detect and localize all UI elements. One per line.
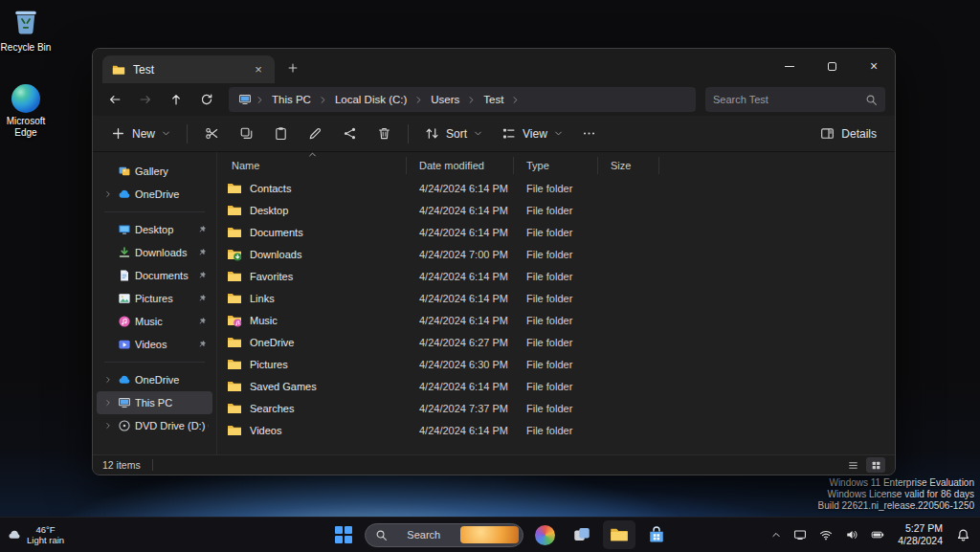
volume-icon [845, 528, 858, 541]
file-date-modified: 4/24/2024 6:14 PM [407, 315, 514, 326]
notifications-button[interactable] [954, 520, 972, 549]
desktop-icon-recycle-bin[interactable]: Recycle Bin [0, 6, 54, 53]
share-button[interactable] [333, 120, 366, 148]
sidebar-item-downloads[interactable]: Downloads [97, 241, 212, 264]
cloud-icon [118, 373, 131, 386]
new-button[interactable]: New [102, 120, 179, 148]
maximize-button[interactable] [811, 49, 853, 83]
back-button[interactable] [100, 87, 129, 112]
breadcrumb-item-users[interactable]: Users [425, 91, 465, 108]
column-header-size[interactable]: Size [598, 157, 659, 174]
close-button[interactable]: × [853, 49, 895, 83]
file-row-links[interactable]: Links4/24/2024 6:14 PMFile folder [219, 287, 895, 309]
volume-tray-button[interactable] [843, 520, 860, 549]
cast-tray-button[interactable] [791, 520, 809, 549]
folder-icon [227, 357, 242, 372]
paste-button[interactable] [264, 120, 297, 148]
network-tray-button[interactable] [817, 520, 835, 549]
rename-button[interactable] [299, 120, 331, 148]
column-header-label: Type [526, 160, 549, 171]
sidebar-item-gallery[interactable]: Gallery [97, 160, 212, 183]
desktop-icon [118, 223, 131, 236]
folder-icon [227, 181, 242, 196]
store-button[interactable] [640, 520, 673, 549]
column-header-date-modified[interactable]: Date modified [407, 157, 514, 174]
file-row-onedrive[interactable]: OneDrive4/24/2024 6:27 PMFile folder [219, 331, 895, 353]
file-row-music[interactable]: Music4/24/2024 6:14 PMFile folder [219, 309, 895, 331]
copy-button[interactable] [230, 120, 262, 148]
file-type: File folder [514, 403, 598, 414]
new-tab-button[interactable] [280, 55, 305, 80]
breadcrumb-chevron-icon[interactable] [414, 96, 423, 104]
sidebar-item-music[interactable]: Music [97, 310, 212, 333]
delete-button[interactable] [368, 120, 400, 148]
breadcrumb-chevron-icon[interactable] [467, 96, 476, 104]
details-view-toggle[interactable] [843, 457, 862, 473]
sidebar-item-videos[interactable]: Videos [97, 333, 212, 356]
file-type: File folder [514, 183, 598, 194]
sort-button[interactable]: Sort [416, 120, 491, 148]
tab-close-button[interactable]: × [250, 61, 267, 78]
widgets-button[interactable] [528, 520, 561, 549]
details-pane-button[interactable]: Details [812, 120, 885, 148]
breadcrumb[interactable]: This PCLocal Disk (C:)UsersTest [229, 87, 696, 112]
sidebar-item-documents[interactable]: Documents [97, 264, 212, 287]
expand-chevron-icon[interactable] [104, 190, 112, 198]
pin-icon [197, 271, 207, 280]
file-row-searches[interactable]: Searches4/24/2024 7:37 PMFile folder [219, 397, 895, 419]
explorer-tab[interactable]: Test × [102, 55, 275, 83]
thumbnail-view-toggle[interactable] [866, 457, 885, 473]
file-row-pictures[interactable]: Pictures4/24/2024 6:30 PMFile folder [219, 353, 895, 375]
breadcrumb-item-local-disk-c[interactable]: Local Disk (C:) [329, 91, 412, 108]
sidebar-item-pictures[interactable]: Pictures [97, 287, 212, 310]
explorer-search-box[interactable]: Search Test [705, 87, 885, 112]
breadcrumb-item-test[interactable]: Test [478, 91, 509, 108]
hidden-icons-button[interactable] [769, 520, 783, 549]
folder-icon [227, 313, 242, 328]
file-explorer-button[interactable] [603, 520, 635, 549]
toolbar-divider [187, 124, 188, 144]
start-button[interactable] [327, 520, 360, 549]
pin-icon [197, 340, 207, 349]
weather-widget[interactable]: 46°F Light rain [6, 520, 66, 549]
forward-button[interactable] [131, 87, 160, 112]
sidebar-item-onedrive[interactable]: OneDrive [97, 368, 212, 391]
titlebar[interactable]: Test × × [93, 49, 895, 83]
more-options-button[interactable] [573, 120, 606, 148]
expand-chevron-icon[interactable] [104, 422, 112, 430]
cut-button[interactable] [195, 120, 228, 148]
breadcrumb-chevron-icon[interactable] [319, 96, 327, 104]
view-button[interactable]: View [493, 120, 571, 148]
file-row-desktop[interactable]: Desktop4/24/2024 6:14 PMFile folder [219, 199, 895, 221]
column-header-type[interactable]: Type [514, 157, 598, 174]
minimize-button[interactable] [768, 49, 811, 83]
sidebar-item-onedrive[interactable]: OneDrive [97, 183, 212, 206]
battery-tray-button[interactable] [869, 520, 886, 549]
expand-chevron-icon[interactable] [104, 376, 112, 384]
file-row-favorites[interactable]: Favorites4/24/2024 6:14 PMFile folder [219, 265, 895, 287]
file-row-downloads[interactable]: Downloads4/24/2024 7:00 PMFile folder [219, 243, 895, 265]
paste-icon [274, 126, 288, 141]
sidebar-item-desktop[interactable]: Desktop [97, 218, 212, 241]
file-row-videos[interactable]: Videos4/24/2024 6:14 PMFile folder [219, 419, 895, 441]
breadcrumb-item-this-pc[interactable]: This PC [266, 91, 317, 108]
breadcrumb-chevron-icon[interactable] [256, 96, 264, 104]
refresh-button[interactable] [192, 87, 221, 112]
breadcrumb-chevron-icon[interactable] [511, 96, 520, 104]
download-icon [118, 246, 131, 259]
address-bar: This PCLocal Disk (C:)UsersTest Search T… [93, 83, 895, 116]
clock[interactable]: 5:27 PM 4/28/2024 [895, 520, 946, 549]
file-type: File folder [514, 359, 598, 370]
desktop-icon-microsoft-edge[interactable]: Microsoft Edge [0, 84, 54, 138]
file-row-documents[interactable]: Documents4/24/2024 6:14 PMFile folder [219, 221, 895, 243]
file-row-contacts[interactable]: Contacts4/24/2024 6:14 PMFile folder [219, 177, 895, 199]
column-header-name[interactable]: Name [219, 157, 407, 174]
up-button[interactable] [162, 87, 190, 112]
sidebar-item-dvd-drive-d-c[interactable]: DVD Drive (D:) C [97, 414, 212, 437]
file-row-saved-games[interactable]: Saved Games4/24/2024 6:14 PMFile folder [219, 375, 895, 397]
file-date-modified: 4/24/2024 6:27 PM [407, 337, 514, 348]
task-view-button[interactable] [566, 520, 598, 549]
sidebar-item-this-pc[interactable]: This PC [97, 391, 212, 414]
taskbar-search[interactable]: Search [365, 523, 523, 547]
expand-chevron-icon[interactable] [104, 399, 112, 407]
